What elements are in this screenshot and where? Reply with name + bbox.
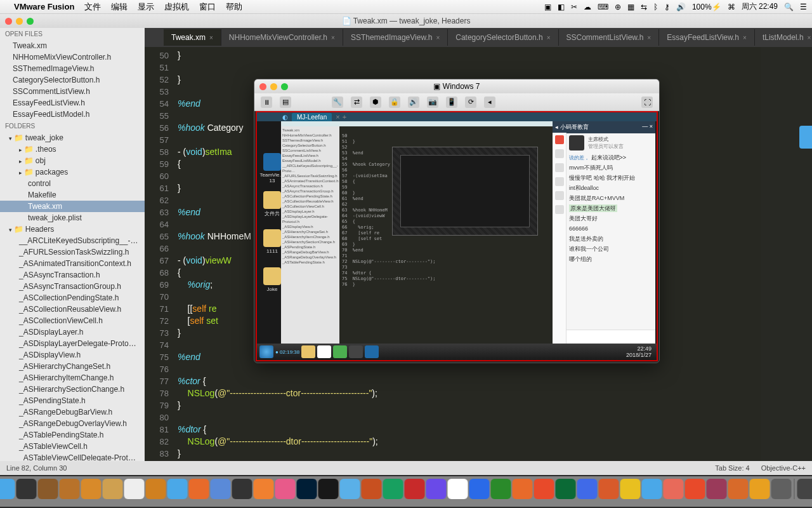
- chat-tab-icon[interactable]: [555, 177, 564, 186]
- file[interactable]: _ASDisplayView.h: [0, 349, 145, 361]
- dock-app[interactable]: [275, 479, 296, 499]
- close-tab-icon[interactable]: ×: [647, 34, 651, 41]
- file[interactable]: _ASAsyncTransaction.h: [0, 269, 145, 281]
- vm-fullscreen-icon[interactable]: ⛶: [641, 97, 653, 108]
- tab[interactable]: tListModel.h×: [755, 29, 812, 46]
- tray-icon[interactable]: ⌘: [728, 3, 735, 11]
- dock-app[interactable]: [146, 479, 166, 499]
- open-file[interactable]: Tweak.xm: [0, 40, 145, 51]
- menu-view[interactable]: 显示: [138, 1, 154, 13]
- dock-app[interactable]: [728, 479, 749, 499]
- dock-app[interactable]: [469, 479, 490, 499]
- file[interactable]: _ASTableViewCell.h: [0, 441, 145, 452]
- dock-app[interactable]: [318, 479, 339, 499]
- chat-input[interactable]: [566, 330, 655, 344]
- chat-tab-icon[interactable]: [555, 149, 564, 158]
- wifi-icon[interactable]: ⚷: [664, 3, 670, 11]
- dock-app[interactable]: [620, 479, 641, 499]
- file[interactable]: Makefile: [0, 189, 145, 201]
- dock-app[interactable]: [103, 479, 123, 499]
- file[interactable]: _ASCollectionViewCell.h: [0, 315, 145, 326]
- volume-icon[interactable]: 🔊: [676, 3, 686, 11]
- app-name[interactable]: VMware Fusion: [14, 2, 74, 11]
- file-selected[interactable]: Tweak.xm: [0, 201, 145, 212]
- file[interactable]: control: [0, 178, 145, 189]
- tray-icon[interactable]: ⇆: [641, 3, 647, 11]
- close-tab-icon[interactable]: ×: [808, 34, 811, 41]
- dock-app[interactable]: [771, 479, 792, 499]
- close-tab-icon[interactable]: ×: [436, 34, 440, 41]
- remote-tab[interactable]: MJ-Leefan: [292, 113, 332, 121]
- dock-app[interactable]: [426, 479, 447, 499]
- file[interactable]: _ASAnimatedTransitionContext.h: [0, 258, 145, 269]
- dock-app[interactable]: [16, 479, 37, 499]
- folder-headers[interactable]: 📁 Headers: [0, 224, 145, 235]
- spotlight-icon[interactable]: 🔍: [784, 3, 794, 11]
- taskbar-app[interactable]: [333, 345, 347, 358]
- dock-app[interactable]: [38, 479, 58, 499]
- vm-network-icon[interactable]: ⇄: [351, 97, 362, 108]
- zoom-button[interactable]: [27, 18, 34, 25]
- close-button[interactable]: [5, 18, 12, 25]
- tab-size[interactable]: Tab Size: 4: [715, 464, 749, 472]
- dock-app[interactable]: [167, 479, 188, 499]
- open-file[interactable]: SSCommentListView.h: [0, 86, 145, 97]
- vm-device-icon[interactable]: 📱: [446, 97, 457, 108]
- tray-icon[interactable]: ✂: [571, 3, 577, 11]
- dock-app[interactable]: [491, 479, 511, 499]
- taskbar-teamviewer[interactable]: [365, 345, 379, 358]
- tray-icon[interactable]: ⊕: [615, 3, 621, 11]
- vm-snapshot-button[interactable]: ▤: [280, 97, 291, 108]
- tab[interactable]: EssayFeedListView.h×: [659, 29, 755, 46]
- vm-desktop[interactable]: TeamVie…13 文件共 1111 Joke Tweak.xmNHHomeM…: [257, 121, 657, 344]
- dock-app[interactable]: [750, 479, 770, 499]
- vm-sound-icon[interactable]: 🔊: [408, 97, 419, 108]
- vm-close-button[interactable]: [259, 83, 266, 90]
- folder[interactable]: 📁 packages: [0, 166, 145, 178]
- open-file[interactable]: EssayFeedListModel.h: [0, 109, 145, 120]
- close-tab-icon[interactable]: ×: [331, 34, 335, 41]
- tray-icon[interactable]: ▦: [627, 3, 634, 11]
- tab[interactable]: SSThemedImageView.h×: [343, 29, 448, 46]
- tab[interactable]: CategorySelectorButton.h×: [448, 29, 558, 46]
- clock[interactable]: 周六 22:49: [742, 1, 778, 12]
- bluetooth-icon[interactable]: ᛒ: [653, 3, 658, 11]
- file[interactable]: _AFURLSessionTaskSwizzling.h: [0, 246, 145, 258]
- taskbar-explorer[interactable]: [301, 345, 315, 358]
- open-file[interactable]: CategorySelectorButton.h: [0, 74, 145, 86]
- start-button[interactable]: [259, 345, 273, 358]
- dock-app[interactable]: [254, 479, 274, 499]
- dock-app[interactable]: [211, 479, 231, 499]
- syntax-mode[interactable]: Objective-C++: [761, 464, 806, 472]
- dock-app[interactable]: [685, 479, 705, 499]
- vm-screen[interactable]: ◐ MJ-Leefan × + TeamVie…13 文件共 1111 Joke…: [256, 111, 658, 361]
- notif-center-icon[interactable]: ☰: [800, 3, 807, 11]
- dock-app[interactable]: [340, 479, 360, 499]
- chat-tab-icon[interactable]: [555, 163, 564, 172]
- chat-tab-icon[interactable]: [555, 205, 564, 214]
- add-tab-icon[interactable]: +: [343, 113, 346, 121]
- file[interactable]: _ASAsyncTransactionGroup.h: [0, 281, 145, 292]
- open-file[interactable]: EssayFeedListView.h: [0, 97, 145, 109]
- minimap[interactable]: [761, 47, 812, 461]
- taskbar-clock[interactable]: 22:492018/1/27: [626, 345, 654, 358]
- vm-zoom-button[interactable]: [281, 83, 288, 90]
- tray-icon[interactable]: ☁: [584, 3, 591, 11]
- vm-disk-icon[interactable]: ⬢: [370, 97, 381, 108]
- taskbar-chrome[interactable]: [317, 345, 331, 358]
- dock-app[interactable]: [0, 479, 15, 499]
- close-tab-icon[interactable]: ×: [547, 34, 551, 41]
- edge-widget[interactable]: [799, 126, 812, 149]
- dock-app[interactable]: [513, 479, 533, 499]
- folder[interactable]: 📁 .theos: [0, 144, 145, 155]
- file[interactable]: _ASRangeDebugOverlayView.h: [0, 418, 145, 429]
- tray-icon[interactable]: ◧: [558, 3, 565, 11]
- dock-app[interactable]: [81, 479, 102, 499]
- close-tab-icon[interactable]: ×: [743, 34, 747, 41]
- remote-screen[interactable]: Tweak.xmNHHomeMixViewController.hSSTheme…: [281, 121, 554, 344]
- folder[interactable]: 📁 obj: [0, 155, 145, 166]
- menu-edit[interactable]: 编辑: [111, 1, 128, 13]
- open-file[interactable]: NHHomeMixViewController.h: [0, 51, 145, 63]
- close-tab-icon[interactable]: ×: [336, 113, 339, 121]
- menu-window[interactable]: 窗口: [199, 1, 216, 13]
